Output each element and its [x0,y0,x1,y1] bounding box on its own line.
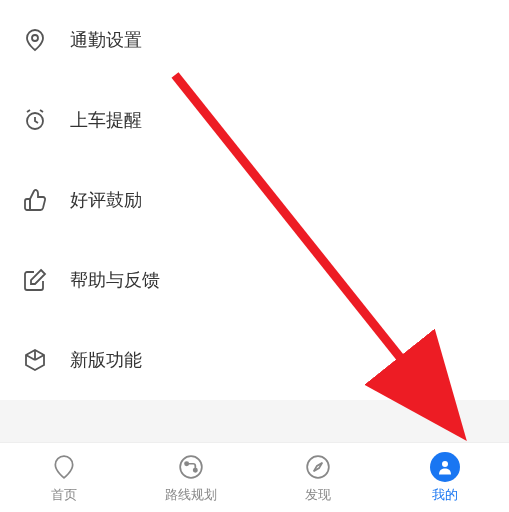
nav-label: 首页 [51,486,77,504]
home-pin-icon [49,452,79,482]
settings-item-new-features[interactable]: 新版功能 [20,320,489,400]
nav-label: 发现 [305,486,331,504]
settings-item-label: 通勤设置 [70,28,142,52]
cube-icon [20,345,50,375]
alarm-icon [20,105,50,135]
nav-item-profile[interactable]: 我的 [382,452,509,504]
settings-item-help-feedback[interactable]: 帮助与反馈 [20,240,489,320]
settings-item-label: 好评鼓励 [70,188,142,212]
edit-box-icon [20,265,50,295]
nav-label: 路线规划 [165,486,217,504]
settings-item-rate-app[interactable]: 好评鼓励 [20,160,489,240]
location-pin-icon [20,25,50,55]
settings-item-boarding-reminder[interactable]: 上车提醒 [20,80,489,160]
bottom-nav: 首页 路线规划 发现 [0,442,509,512]
settings-item-label: 帮助与反馈 [70,268,160,292]
nav-item-discover[interactable]: 发现 [255,452,382,504]
compass-icon [303,452,333,482]
svg-point-0 [32,35,38,41]
profile-icon [430,452,460,482]
nav-item-route[interactable]: 路线规划 [127,452,254,504]
settings-item-commute[interactable]: 通勤设置 [20,0,489,80]
thumbs-up-icon [20,185,50,215]
settings-item-label: 新版功能 [70,348,142,372]
svg-point-6 [442,461,448,467]
nav-label: 我的 [432,486,458,504]
settings-list: 通勤设置 上车提醒 好评鼓励 帮助与反馈 [0,0,509,400]
settings-item-label: 上车提醒 [70,108,142,132]
nav-item-home[interactable]: 首页 [0,452,127,504]
svg-point-5 [307,456,329,478]
svg-point-2 [180,456,202,478]
route-icon [176,452,206,482]
